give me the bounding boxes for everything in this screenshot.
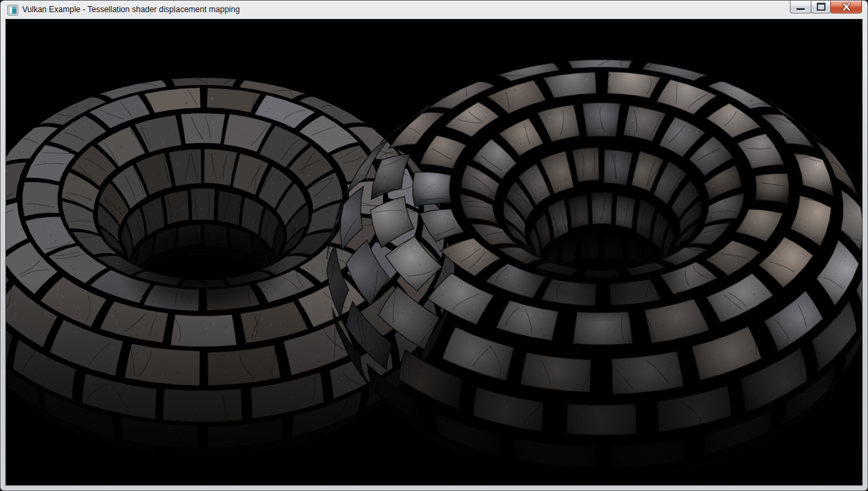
minimize-button[interactable] xyxy=(790,1,811,13)
app-icon[interactable] xyxy=(7,5,18,16)
window-title: Vulkan Example - Tessellation shader dis… xyxy=(22,1,240,19)
minimize-icon xyxy=(797,8,805,10)
vulkan-viewport[interactable] xyxy=(5,19,863,486)
render-canvas[interactable] xyxy=(6,20,862,485)
maximize-button[interactable] xyxy=(811,1,831,13)
maximize-icon xyxy=(817,3,826,11)
window-controls xyxy=(790,1,862,14)
title-bar[interactable]: Vulkan Example - Tessellation shader dis… xyxy=(1,1,867,19)
close-icon xyxy=(842,3,851,11)
close-button[interactable] xyxy=(830,1,862,13)
window: Vulkan Example - Tessellation shader dis… xyxy=(0,0,868,491)
screen: Vulkan Example - Tessellation shader dis… xyxy=(0,0,868,491)
